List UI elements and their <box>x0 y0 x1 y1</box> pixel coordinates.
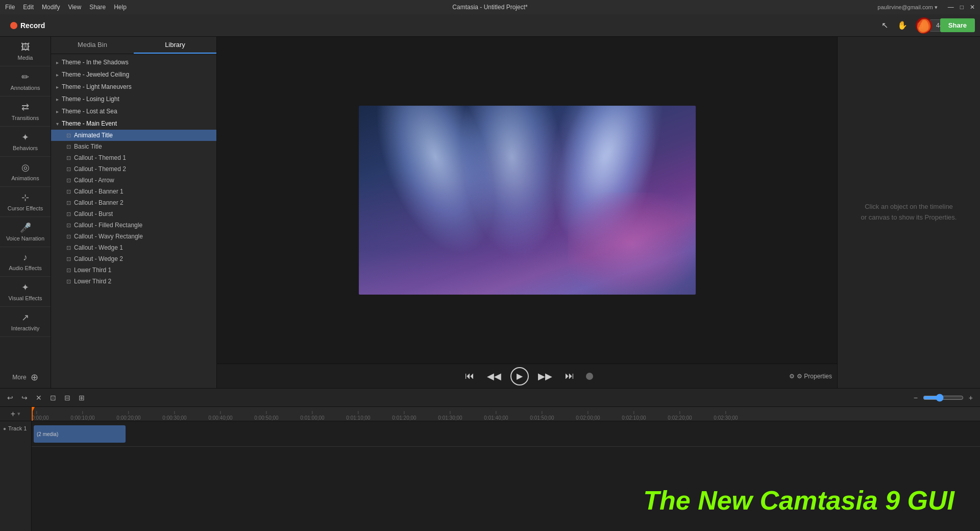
add-track-btn[interactable]: + <box>11 409 15 419</box>
lib-item-5-5[interactable]: ⊡ Callout - Banner 1 <box>51 186 216 197</box>
timeline-scroll[interactable]: 0:00:00;000:00:10;000:00:20;000:00:30;00… <box>32 407 980 531</box>
forward-button[interactable]: ⏭ <box>561 368 578 384</box>
step-forward-button[interactable]: ▶▶ <box>537 368 553 384</box>
lib-item-icon-5-1: ⊡ <box>66 143 71 150</box>
media-bin-tab[interactable]: Media Bin <box>51 37 134 54</box>
tool-animations[interactable]: ◎ Animations <box>0 157 51 187</box>
lib-group-header-1[interactable]: ▸ Theme - Jeweled Ceiling <box>51 68 216 81</box>
lib-group-header-2[interactable]: ▸ Theme - Light Maneuvers <box>51 81 216 93</box>
record-label: Record <box>20 21 45 30</box>
lib-item-5-8[interactable]: ⊡ Callout - Filled Rectangle <box>51 220 216 231</box>
menu-view[interactable]: View <box>68 4 81 11</box>
lib-group-4: ▸ Theme - Lost at Sea <box>51 105 216 117</box>
delete-btn[interactable]: ✕ <box>34 393 44 403</box>
lib-item-5-10[interactable]: ⊡ Callout - Wedge 1 <box>51 242 216 253</box>
play-button[interactable]: ▶ <box>510 367 529 385</box>
lib-group-header-5[interactable]: ▾ Theme - Main Event <box>51 117 216 130</box>
rewind-button[interactable]: ⏮ <box>461 368 478 384</box>
lib-item-5-4[interactable]: ⊡ Callout - Arrow <box>51 175 216 186</box>
zoom-out-btn[interactable]: − <box>912 393 920 403</box>
lib-item-icon-5-12: ⊡ <box>66 267 71 274</box>
lib-item-5-9[interactable]: ⊡ Callout - Wavy Rectangle <box>51 231 216 242</box>
menu-share[interactable]: Share <box>89 4 106 11</box>
properties-button[interactable]: ⚙ ⚙ Properties <box>789 373 832 380</box>
chevron-icon-3: ▸ <box>56 96 59 102</box>
pointer-tool-btn[interactable]: ↖ <box>878 19 891 31</box>
tool-transitions[interactable]: ⇄ Transitions <box>0 96 51 127</box>
lib-item-5-3[interactable]: ⊡ Callout - Themed 2 <box>51 163 216 175</box>
playhead[interactable] <box>32 407 33 421</box>
tool-media[interactable]: 🖼 Media <box>0 37 51 66</box>
lib-item-5-2[interactable]: ⊡ Callout - Themed 1 <box>51 152 216 163</box>
menu-help[interactable]: Help <box>114 4 127 11</box>
behaviors-icon: ✦ <box>21 132 29 143</box>
redo-btn[interactable]: ↪ <box>19 393 30 403</box>
menu-file[interactable]: File <box>5 4 15 11</box>
split-btn[interactable]: ⊡ <box>48 393 58 403</box>
lib-item-icon-5-13: ⊡ <box>66 278 71 285</box>
more-label: More <box>12 374 26 381</box>
maximize-btn[interactable]: □ <box>960 4 964 11</box>
video-preview[interactable] <box>359 106 696 295</box>
track-arrow-icon: ▾ <box>17 411 20 417</box>
ungroup-btn[interactable]: ⊞ <box>77 393 87 403</box>
lib-item-label-5-4: Callout - Arrow <box>74 177 114 184</box>
track-content-clip[interactable]: (2 media) <box>34 425 126 443</box>
tool-annotations[interactable]: ✏ Annotations <box>0 66 51 96</box>
close-btn[interactable]: ✕ <box>970 4 975 11</box>
time-ruler: 0:00:00;000:00:10;000:00:20;000:00:30;00… <box>32 407 980 421</box>
tool-cursor-effects[interactable]: ⊹ Cursor Effects <box>0 187 51 217</box>
lib-item-5-6[interactable]: ⊡ Callout - Banner 2 <box>51 197 216 208</box>
undo-btn[interactable]: ↩ <box>5 393 15 403</box>
group-btn[interactable]: ⊟ <box>62 393 72 403</box>
group-label-0: Theme - In the Shadows <box>62 59 129 66</box>
tool-behaviors[interactable]: ✦ Behaviors <box>0 127 51 157</box>
add-tool-icon[interactable]: ⊕ <box>31 372 38 383</box>
menu-edit[interactable]: Edit <box>23 4 34 11</box>
tool-voice-narration[interactable]: 🎤 Voice Narration <box>0 217 51 247</box>
lib-item-icon-5-3: ⊡ <box>66 166 71 173</box>
chevron-icon-4: ▸ <box>56 109 59 114</box>
marker-button[interactable] <box>586 373 593 380</box>
tool-interactivity[interactable]: ↗ Interactivity <box>0 307 51 337</box>
lib-item-5-1[interactable]: ⊡ Basic Title <box>51 141 216 152</box>
media-label: Media <box>18 55 33 61</box>
lib-item-label-5-11: Callout - Wedge 2 <box>74 255 123 262</box>
record-button[interactable]: Record <box>5 19 50 32</box>
lib-item-5-13[interactable]: ⊡ Lower Third 2 <box>51 276 216 287</box>
lib-item-5-7[interactable]: ⊡ Callout - Burst <box>51 208 216 220</box>
user-info[interactable]: paulirvine@gmail.com ▾ <box>877 4 937 11</box>
lib-item-5-12[interactable]: ⊡ Lower Third 1 <box>51 264 216 276</box>
lib-group-header-3[interactable]: ▸ Theme - Losing Light <box>51 93 216 105</box>
lib-item-icon-5-9: ⊡ <box>66 233 71 240</box>
tool-audio-effects[interactable]: ♪ Audio Effects <box>0 247 51 277</box>
lib-item-label-5-6: Callout - Banner 2 <box>74 199 124 206</box>
minimize-btn[interactable]: — <box>948 4 954 11</box>
track-1-area: (2 media) <box>32 421 980 447</box>
share-button[interactable]: Share <box>940 18 975 32</box>
hand-tool-btn[interactable]: ✋ <box>894 19 911 31</box>
more-tools-btn[interactable]: More ⊕ <box>0 367 51 388</box>
interactivity-label: Interactivity <box>11 325 40 331</box>
properties-label: ⚙ Properties <box>797 373 832 380</box>
cursor-effects-icon: ⊹ <box>21 192 29 203</box>
menu-modify[interactable]: Modify <box>42 4 60 11</box>
lib-item-icon-5-6: ⊡ <box>66 200 71 206</box>
lib-group-header-0[interactable]: ▸ Theme - In the Shadows <box>51 56 216 68</box>
time-mark-1: 0:00:10;00 <box>70 411 94 421</box>
lib-item-icon-5-4: ⊡ <box>66 177 71 184</box>
library-tab[interactable]: Library <box>134 37 216 54</box>
zoom-slider[interactable] <box>923 394 964 402</box>
lib-group-header-4[interactable]: ▸ Theme - Lost at Sea <box>51 105 216 117</box>
step-back-button[interactable]: ◀◀ <box>486 368 502 384</box>
lib-item-5-0[interactable]: ⊡ Animated Title <box>51 130 216 141</box>
tool-items-container: 🖼 Media ✏ Annotations ⇄ Transitions ✦ Be… <box>0 37 51 337</box>
menu-bar[interactable]: File Edit Modify View Share Help <box>5 4 127 11</box>
lib-item-5-11[interactable]: ⊡ Callout - Wedge 2 <box>51 253 216 264</box>
lib-item-icon-5-11: ⊡ <box>66 256 71 262</box>
lib-group-0: ▸ Theme - In the Shadows <box>51 56 216 68</box>
lib-item-label-5-1: Basic Title <box>74 143 102 150</box>
tool-visual-effects[interactable]: ✦ Visual Effects <box>0 277 51 307</box>
zoom-in-btn[interactable]: + <box>967 393 975 403</box>
lib-item-icon-5-2: ⊡ <box>66 155 71 161</box>
